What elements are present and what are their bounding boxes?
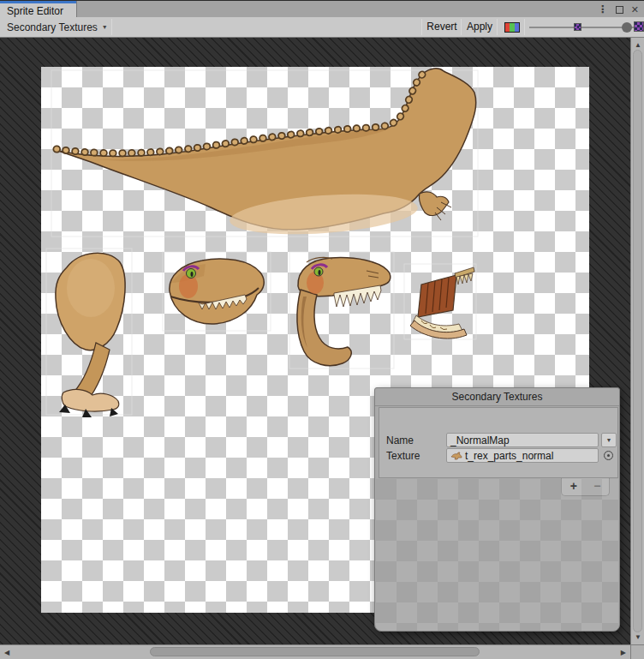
- window-controls: ⋮ ✕: [598, 1, 639, 18]
- vertical-scrollbar[interactable]: ▲ ▼: [630, 38, 644, 644]
- toolbar: Secondary Textures ▼ Revert Apply: [0, 17, 644, 38]
- tab-sprite-editor[interactable]: Sprite Editor: [0, 1, 77, 18]
- toolbar-separator: [421, 19, 422, 35]
- titlebar: Sprite Editor ⋮ ✕: [0, 0, 644, 17]
- maximize-icon[interactable]: [616, 6, 623, 14]
- slider-thumb[interactable]: [622, 22, 632, 33]
- t-rex-body-sprite[interactable]: [57, 69, 476, 240]
- texture-label: Texture: [386, 450, 420, 462]
- scrollbar-corner: [630, 644, 644, 659]
- chevron-down-icon: ▼: [102, 24, 108, 30]
- texture-thumbnail-icon: [450, 451, 462, 460]
- toolbar-separator: [461, 19, 462, 35]
- horizontal-scrollbar-thumb[interactable]: [150, 647, 480, 656]
- scroll-up-icon[interactable]: ▲: [635, 41, 641, 49]
- t-rex-head-closed-sprite[interactable]: [170, 259, 264, 324]
- rgb-alpha-toggle-button[interactable]: [500, 17, 524, 37]
- t-rex-head-open-sprite[interactable]: [297, 257, 391, 365]
- slider-track[interactable]: [529, 27, 635, 28]
- editor-background: Secondary Textures Name _NormalMap ▼ Tex…: [0, 38, 644, 659]
- scroll-down-icon[interactable]: ▼: [635, 633, 641, 641]
- vertical-scrollbar-thumb[interactable]: [633, 50, 642, 632]
- scroll-left-icon[interactable]: ◀: [4, 649, 9, 656]
- zoom-mip-slider: [529, 17, 644, 37]
- t-rex-leg-sprite[interactable]: [56, 253, 125, 417]
- toolbar-separator: [524, 19, 525, 35]
- close-icon[interactable]: ✕: [631, 1, 639, 18]
- sprite-editor-window: Sprite Editor ⋮ ✕ Secondary Textures ▼ R…: [0, 0, 644, 659]
- panel-empty-area: [376, 479, 618, 631]
- t-rex-jaw-sprite[interactable]: [410, 267, 474, 338]
- texture-mode-label: Secondary Textures: [7, 21, 98, 33]
- name-field[interactable]: _NormalMap: [446, 433, 599, 447]
- apply-button[interactable]: Apply: [462, 17, 497, 37]
- mip-small-icon: [574, 23, 581, 31]
- panel-fields-box: Name _NormalMap ▼ Texture t_rex_parts_no: [379, 407, 618, 478]
- secondary-textures-panel: Secondary Textures Name _NormalMap ▼ Tex…: [374, 387, 620, 632]
- texture-value: t_rex_parts_normal: [465, 450, 553, 462]
- revert-button[interactable]: Revert: [423, 17, 461, 37]
- texture-row: Texture t_rex_parts_normal: [379, 448, 617, 463]
- name-dropdown-button[interactable]: ▼: [601, 433, 617, 447]
- rgb-icon: [504, 22, 520, 33]
- horizontal-scrollbar[interactable]: ◀ ▶: [0, 644, 630, 659]
- name-label: Name: [386, 434, 414, 446]
- chevron-down-icon: ▼: [606, 437, 612, 443]
- texture-field[interactable]: t_rex_parts_normal: [446, 448, 599, 463]
- name-row: Name _NormalMap ▼: [379, 433, 617, 447]
- active-tab-indicator: [0, 1, 76, 3]
- scroll-right-icon[interactable]: ▶: [621, 649, 626, 656]
- tab-label: Sprite Editor: [7, 5, 63, 17]
- mip-large-icon: [634, 21, 644, 32]
- name-value: _NormalMap: [450, 434, 510, 446]
- window-menu-icon[interactable]: ⋮: [598, 1, 608, 18]
- toolbar-separator: [497, 19, 498, 35]
- panel-title: Secondary Textures: [375, 388, 619, 406]
- toolbar-separator: [111, 19, 112, 35]
- object-picker-icon[interactable]: [604, 451, 613, 460]
- texture-mode-dropdown[interactable]: Secondary Textures ▼: [3, 17, 111, 37]
